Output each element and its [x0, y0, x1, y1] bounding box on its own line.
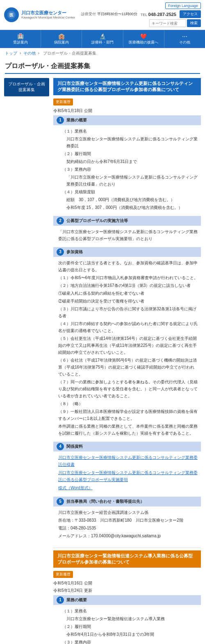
s1-indent-1-4-1: 令和5年度 15，307，000円（消費税及び地方消費税を含む。） — [58, 204, 198, 211]
s1-indent-1-4-0: 総額 30，107，000円（消費税及び地方消費税を含む。） — [58, 196, 198, 203]
breadcrumb-other[interactable]: その他 — [23, 51, 36, 55]
s1-num2-body: 「川口市立医療センター医療情報システム更新に係るコンサルティング業務委託に係る公… — [53, 227, 201, 244]
section2-header: 川口市立医療センター緊急情報伝達システム導入業務に係る公募型プロポーザル参加者の… — [53, 550, 201, 568]
s1-num2-num: 2 — [57, 217, 64, 225]
s2-label-1-3: （３）業務内容 — [58, 639, 198, 644]
s1-val-1-2: 契約締結の日から令和7年6月31日まで — [58, 158, 198, 165]
content-line: 電話：048-280-1535 — [58, 525, 198, 532]
doc-link-anchor[interactable]: 川口市立医療センター医療情報システム更新に係るコンサルティング業務委託仕様書 — [58, 455, 198, 467]
sidebar: プロポーザル・企画提案募集 — [4, 78, 49, 644]
section1-update-badge: 更新履歴 — [53, 99, 73, 105]
search-area: 検索 — [149, 19, 201, 27]
main-nav: 🏥 受診案内 🏨 病院案内 🔬 診療科・部門 ❤️ 医療機能の披露へ ⋯ その他 — [0, 30, 205, 48]
foreign-lang-button[interactable]: Foreign Language — [165, 2, 201, 9]
content-line: 次の要件全てに該当する者とする。なお、参加資格の確認基準日は、参加申込書の提出日… — [58, 259, 198, 273]
s1-num5-title: 担当事務局（問い合わせ・書類等提出先） — [66, 499, 144, 504]
s1-num4-body: 川口市立医療センター医療情報システム更新に係るコンサルティング業務委託仕様書川口… — [53, 453, 201, 493]
medical-icon: ❤️ — [140, 33, 147, 39]
header-top-row: Foreign Language — [165, 2, 201, 9]
s1-num4: 4 関係資料 川口市立医療センター医療情報システム更新に係るコンサルティング業務… — [53, 442, 201, 493]
s1-num1-num: 1 — [57, 117, 64, 124]
content-line: （９）一般社団法人日本医療情報学会が設定する医療情報技師の資格を保有するメンバー… — [58, 408, 198, 422]
content-line: ①破産入札に係る契約の締結を拒む者でない者 — [58, 290, 198, 297]
s1-num1: 1 業務の概要 （１）業務名 川口市立医療センター医療情報システム更新に係るコン… — [53, 115, 201, 213]
content-line: （２）地方自治法施行令第167条の4第1項（第3）の規定に該当しない者 — [58, 282, 198, 289]
content-line: （６）会社法（平成17年法律第86号6号）の規定に基づく機構の開始決は清算（平成… — [58, 357, 198, 378]
s1-label-1-3: （３）業務内容 — [58, 166, 198, 173]
section2-date1: 令和5年1月16日 公開 — [53, 580, 201, 586]
site-header: 医 川口市立医療センター Kawaguchi Municipal Medical… — [0, 0, 205, 30]
content-line: ②破産手続開始の決定を受けて復権を得ない者 — [58, 298, 198, 305]
page-body: プロポーザル・企画提案募集 川口市立医療センター医療情報システム更新に係るコンサ… — [0, 78, 205, 644]
access-button[interactable]: アクセス — [180, 10, 201, 18]
dept-icon: 🔬 — [99, 33, 106, 39]
search-input[interactable] — [149, 19, 186, 27]
section1-header: 川口市立医療センター医療情報システム更新に係るコンサルティング業務委託に係る公募… — [53, 78, 201, 95]
section1: 川口市立医療センター医療情報システム更新に係るコンサルティング業務委託に係る公募… — [53, 78, 201, 541]
nav-item-medical[interactable]: ❤️ 医療機能の披露へ — [123, 30, 164, 48]
content-line: 所在地：〒333-0833 川口市西新町180 川口市立医療センター2階 — [58, 517, 198, 524]
s2-num1-num: 1 — [57, 596, 64, 604]
breadcrumb-top[interactable]: トップ — [5, 51, 17, 55]
s1-label-1-2: （２）履行期間 — [58, 150, 198, 157]
s1-num1-header: 1 業務の概要 — [53, 115, 201, 125]
s1-num5-header: 5 担当事務局（問い合わせ・書類等提出先） — [53, 497, 201, 506]
content-line: （７）同一の業務に参加しようとする者を兼ねる。その委代行代理人（見積り及び契約の… — [58, 378, 198, 399]
content-line: メールアドレス：170.04000@city.kawaguchi.saitama… — [58, 532, 198, 539]
tel-label: TEL 048-287-2525 — [141, 12, 176, 17]
doc-link[interactable]: 川口市立医療センター医療情報システム更新に係るコンサルティング業務委託仕様書 — [58, 454, 198, 468]
s1-num3-body: 次の要件全てに該当する者とする。なお、参加資格の確認基準日は、参加申込書の提出日… — [53, 259, 201, 438]
other-icon: ⋯ — [182, 33, 187, 39]
s2-num1-body: （１）業務名 川口市立医療センター緊急情報伝達システム導入業務 （２）履行期間 … — [53, 607, 201, 644]
s2-num1-header: 1 業務の概要 — [53, 595, 201, 605]
site-name-en: Kawaguchi Municipal Medical Center — [21, 16, 75, 20]
s1-num4-header: 4 関係資料 — [53, 442, 201, 451]
content-line: 本件調達に係る業務と同種の業務として、本件案件に係る業務と同種の業務を試験に履行… — [58, 423, 198, 437]
section2: 川口市立医療センター緊急情報伝達システム導入業務に係る公募型プロポーザル参加者の… — [53, 550, 201, 644]
s1-num3: 3 参加資格 次の要件全てに該当する者とする。なお、参加資格の確認基準日は、参加… — [53, 247, 201, 438]
doc-link-anchor[interactable]: 様式（Word形式） — [58, 486, 93, 490]
s2-num1: 1 業務の概要 （１）業務名 川口市立医療センター緊急情報伝達システム導入業務 … — [53, 595, 201, 644]
breadcrumb: トップ › その他 › プロポーザル・企画提案募集 — [0, 48, 205, 59]
site-name-ja: 川口市立医療センター — [21, 10, 75, 16]
tel-number: 048-287-2525 — [148, 12, 176, 17]
sidebar-item-proposal[interactable]: プロポーザル・企画提案募集 — [4, 78, 49, 96]
doc-link[interactable]: 様式（Word形式） — [58, 484, 198, 491]
s1-num2-content: 「川口市立医療センター医療情報システム更新に係るコンサルティング業務委託に係る公… — [58, 228, 198, 242]
s2-label-1-2: （２）履行期間 — [58, 623, 198, 630]
breadcrumb-current: プロポーザル・企画提案募集 — [43, 51, 96, 55]
page-title: プロポーザル・企画提案募集 — [5, 62, 200, 74]
page-title-area: プロポーザル・企画提案募集 — [0, 59, 205, 78]
s1-val-1-1: 川口市立医療センター医療情報システム更新に係るコンサルティング業務委託 — [58, 135, 198, 149]
nav-item-dept[interactable]: 🔬 診療科・部門 — [82, 30, 123, 48]
logo-area: 医 川口市立医療センター Kawaguchi Municipal Medical… — [4, 7, 75, 22]
nav-item-hospital[interactable]: 🏨 病院案内 — [41, 30, 82, 48]
search-button[interactable]: 検索 — [187, 19, 201, 27]
s1-label-1-4: （４）見積限度額 — [58, 188, 198, 195]
reception-icon: 🏥 — [17, 33, 24, 39]
s1-num3-title: 参加資格 — [66, 249, 83, 255]
section2-date2: 令和5年1月24日 更新 — [53, 588, 201, 594]
s1-num3-header: 3 参加資格 — [53, 247, 201, 257]
svg-text:医: 医 — [9, 13, 14, 17]
s2-label-1-1: （１）業務名 — [58, 607, 198, 614]
doc-link[interactable]: 川口市立医療センター医療情報システム更新に係るコンサルティング業務委託に係る公募… — [58, 469, 198, 483]
s1-num4-num: 4 — [57, 443, 64, 450]
nav-label-other: その他 — [179, 40, 190, 45]
logo-icon: 医 — [4, 7, 19, 22]
header-right: Foreign Language 診療受付 平日8時30分〜11時00分 TEL… — [81, 2, 201, 27]
s1-num1-title: 業務の概要 — [66, 117, 87, 123]
s1-val-1-3: 「川口市立医療センター医療情報システム更新に係るコンサルティング業務委託仕様書」… — [58, 174, 198, 188]
doc-link-anchor[interactable]: 川口市立医療センター医療情報システム更新に係るコンサルティング業務委託に係る公募… — [58, 470, 198, 482]
section1-date1: 令和5年1月18日 公開 — [53, 108, 201, 114]
s2-num1-title: 業務の概要 — [66, 597, 87, 603]
s2-val-1-2: 令和5年4月1日から令和8年3月31日までの3年間 — [58, 631, 198, 638]
content-line: （３）川口市議により市が公告の告示に関する法律第32条第1項各号に掲げる者 — [58, 305, 198, 319]
nav-item-other[interactable]: ⋯ その他 — [164, 30, 205, 48]
section-divider — [53, 548, 201, 548]
main-content: 川口市立医療センター医療情報システム更新に係るコンサルティング業務委託に係る公募… — [53, 78, 201, 644]
s2-val-1-1: 川口市立医療センター緊急情報伝達システム導入業務 — [58, 615, 198, 622]
s1-num5: 5 担当事務局（問い合わせ・書類等提出先） 川口市立医療センター経営企画課調達シ… — [53, 497, 201, 541]
nav-item-reception[interactable]: 🏥 受診案内 — [0, 30, 41, 48]
content-line: （４）川口市の締結する契約への参加が認められた者に関する規定により氏名が提案の適… — [58, 320, 198, 334]
